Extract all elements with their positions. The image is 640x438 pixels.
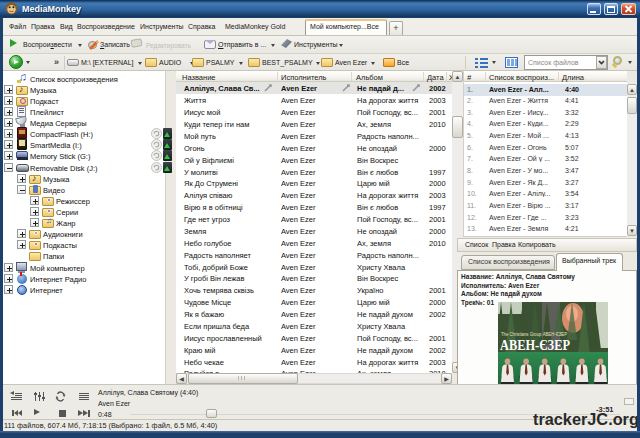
svg-text:The Christians Group АВЕН-ЄЗЕР: The Christians Group АВЕН-ЄЗЕР <box>501 332 567 337</box>
svg-text:АВЕН-ЄЗЕР: АВЕН-ЄЗЕР <box>500 338 570 353</box>
